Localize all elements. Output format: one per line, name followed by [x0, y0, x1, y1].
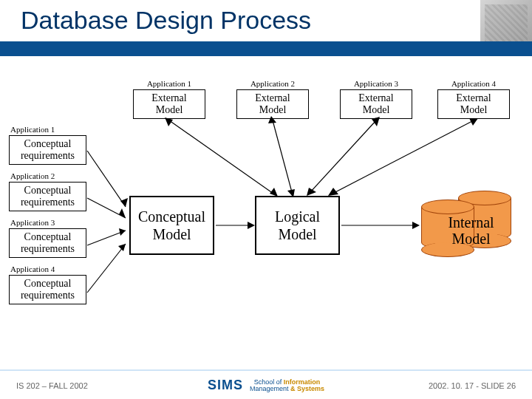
arrow-ext2-to-logical — [268, 116, 295, 197]
arrow-ext3-to-logical — [307, 117, 380, 196]
external-model-4-line1: External — [438, 92, 509, 104]
requirements-4-app-label: Application 4 — [10, 265, 90, 273]
svg-marker-22 — [328, 188, 338, 196]
requirements-1-line1: Conceptual — [10, 138, 86, 150]
svg-marker-1 — [120, 198, 128, 207]
internal-model-line1: Internal — [448, 214, 494, 231]
requirements-2-line2: requirements — [10, 197, 86, 208]
external-model-3-line1: External — [341, 92, 412, 104]
title-underline — [0, 41, 532, 56]
svg-marker-11 — [412, 222, 420, 229]
external-model-2-line2: Model — [237, 104, 308, 116]
external-model-3-app-label: Application 3 — [340, 80, 412, 88]
requirements-4-line2: requirements — [10, 290, 86, 301]
requirements-1: Application 1 Conceptual requirements — [9, 126, 90, 165]
conceptual-model-box: Conceptual Model — [129, 196, 214, 255]
requirements-3-line1: Conceptual — [10, 231, 86, 243]
arrow-ext4-to-logical — [328, 118, 478, 196]
internal-model-line2: Model — [451, 231, 490, 247]
svg-line-12 — [169, 120, 273, 194]
footer: IS 202 – FALL 2002 SIMS School of Inform… — [0, 374, 532, 393]
arrow-ext1-to-logical — [165, 117, 278, 197]
conceptual-model-line1: Conceptual — [131, 208, 213, 225]
external-model-3: Application 3 External Model — [340, 80, 412, 119]
external-model-4-app-label: Application 4 — [437, 80, 510, 88]
arrow-req3-to-conceptual — [87, 228, 126, 245]
svg-line-6 — [87, 244, 126, 293]
requirements-2-app-label: Application 2 — [10, 172, 90, 180]
svg-line-15 — [273, 120, 292, 192]
logical-model-line2: Model — [256, 225, 338, 243]
conceptual-model-line2: Model — [131, 225, 213, 243]
arrow-req2-to-conceptual — [87, 198, 126, 218]
requirements-2: Application 2 Conceptual requirements — [9, 172, 90, 211]
external-model-2-line1: External — [237, 92, 308, 104]
arrow-conceptual-to-logical — [216, 222, 255, 229]
external-model-2: Application 2 External Model — [236, 80, 309, 119]
logical-model-box: Logical Model — [255, 196, 340, 255]
arrow-logical-to-internal — [341, 222, 420, 229]
external-model-1-line1: External — [134, 92, 205, 104]
footer-divider — [0, 369, 532, 371]
logo-sub2b: Management — [250, 385, 289, 392]
requirements-1-line2: requirements — [10, 150, 86, 162]
svg-line-4 — [87, 231, 126, 245]
requirements-3-line2: requirements — [10, 243, 86, 255]
external-model-4-line2: Model — [438, 104, 509, 116]
svg-line-0 — [87, 151, 126, 207]
external-model-3-line2: Model — [341, 104, 412, 116]
requirements-4-line1: Conceptual — [10, 278, 86, 290]
external-model-2-app-label: Application 2 — [236, 80, 309, 88]
logo-sub2c: & Systems — [290, 385, 324, 392]
external-models-row: Application 1 External Model Application… — [0, 80, 532, 126]
external-model-4: Application 4 External Model — [437, 80, 510, 119]
internal-model-cylinders: Internal Model — [421, 191, 521, 262]
svg-line-2 — [87, 198, 126, 218]
svg-marker-7 — [118, 244, 126, 251]
arrow-req4-to-conceptual — [87, 244, 126, 293]
external-model-1: Application 1 External Model — [133, 80, 205, 119]
requirements-3-app-label: Application 3 — [10, 219, 90, 227]
requirements-2-line1: Conceptual — [10, 185, 86, 197]
page-title: Database Design Process — [21, 7, 311, 33]
svg-marker-5 — [119, 228, 126, 236]
requirements-1-app-label: Application 1 — [10, 126, 90, 134]
svg-line-18 — [310, 120, 376, 192]
svg-marker-3 — [119, 208, 126, 218]
svg-marker-9 — [248, 222, 255, 229]
requirements-4: Application 4 Conceptual requirements — [9, 265, 90, 304]
svg-line-21 — [332, 120, 474, 194]
svg-marker-19 — [307, 188, 316, 196]
logical-model-line1: Logical — [256, 208, 338, 225]
footer-right: 2002. 10. 17 - SLIDE 26 — [429, 381, 516, 390]
requirements-column: Application 1 Conceptual requirements Ap… — [9, 126, 90, 312]
arrow-req1-to-conceptual — [87, 151, 128, 207]
requirements-3: Application 3 Conceptual requirements — [9, 219, 90, 258]
external-model-1-line2: Model — [134, 104, 205, 116]
external-model-1-app-label: Application 1 — [133, 80, 205, 88]
logo-main: SIMS — [208, 378, 243, 392]
